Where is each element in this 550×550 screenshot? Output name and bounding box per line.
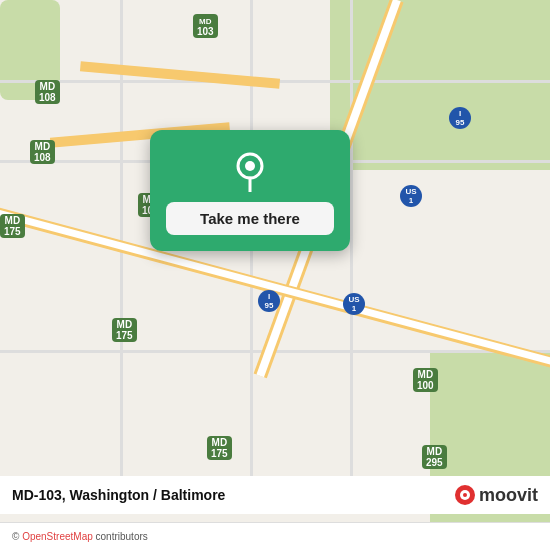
- osm-credit-text: © OpenStreetMap contributors: [12, 531, 148, 542]
- badge-md175-center: MD175: [112, 318, 137, 342]
- popup-card: Take me there: [150, 130, 350, 251]
- badge-md103: MDMD 103103: [193, 14, 218, 38]
- badge-md175-bottom: MD175: [207, 436, 232, 460]
- take-me-there-button[interactable]: Take me there: [166, 202, 334, 235]
- moovit-logo: moovit: [454, 484, 538, 506]
- svg-point-1: [245, 161, 255, 171]
- osm-credit-bar: © OpenStreetMap contributors: [0, 522, 550, 550]
- badge-md295: MD295: [422, 445, 447, 469]
- svg-point-4: [463, 493, 467, 497]
- badge-md108-top: MD108: [35, 80, 60, 104]
- badge-md175-left: MD175: [0, 214, 25, 238]
- location-pin-icon: [228, 148, 272, 192]
- badge-us1-top: US1: [400, 185, 422, 207]
- bottom-info-bar: MD-103, Washington / Baltimore moovit: [0, 476, 550, 514]
- osm-link[interactable]: OpenStreetMap: [22, 531, 93, 542]
- green-area-bottom-right: [430, 350, 550, 550]
- badge-md100: MD100: [413, 368, 438, 392]
- map-container: MDMD 103103 MD108 MD108 MD108 MD175 MD17…: [0, 0, 550, 550]
- moovit-icon: [454, 484, 476, 506]
- badge-md108-left: MD108: [30, 140, 55, 164]
- badge-i95-top: I95: [449, 107, 471, 129]
- road-v3: [350, 0, 353, 500]
- badge-i95-center: I95: [258, 290, 280, 312]
- route-title: MD-103, Washington / Baltimore: [12, 487, 225, 503]
- badge-us1-center: US1: [343, 293, 365, 315]
